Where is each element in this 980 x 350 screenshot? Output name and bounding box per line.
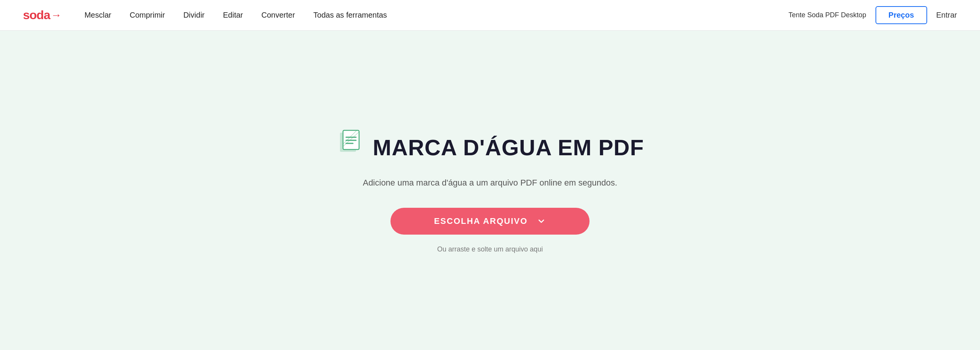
entrar-button[interactable]: Entrar	[936, 11, 957, 20]
logo-text: soda	[23, 8, 50, 22]
nav-item-comprimir[interactable]: Comprimir	[130, 11, 165, 20]
nav-item-todas-ferramentas[interactable]: Todas as ferramentas	[314, 11, 387, 20]
choose-file-label: ESCOLHA ARQUIVO	[434, 216, 528, 226]
try-desktop-link[interactable]: Tente Soda PDF Desktop	[789, 11, 866, 19]
watermark-pdf-icon	[336, 127, 364, 156]
logo[interactable]: soda →	[23, 8, 62, 22]
hero-title: MARCA D'ÁGUA EM PDF	[373, 135, 644, 160]
nav-item-dividir[interactable]: Dividir	[183, 11, 205, 20]
choose-file-button[interactable]: ESCOLHA ARQUIVO	[390, 208, 590, 235]
chevron-down-icon	[537, 217, 546, 226]
hero-section: MARCA D'ÁGUA EM PDF Adicione uma marca d…	[0, 31, 980, 350]
hero-subtitle: Adicione uma marca d'água a um arquivo P…	[363, 178, 617, 188]
nav-item-mesclar[interactable]: Mesclar	[85, 11, 111, 20]
precos-button[interactable]: Preços	[875, 6, 927, 24]
nav-item-converter[interactable]: Converter	[261, 11, 295, 20]
logo-arrow: →	[51, 9, 62, 21]
header: soda → Mesclar Comprimir Dividir Editar …	[0, 0, 980, 31]
drag-drop-text: Ou arraste e solte um arquivo aqui	[437, 245, 543, 253]
main-nav: Mesclar Comprimir Dividir Editar Convert…	[85, 11, 789, 20]
header-right: Tente Soda PDF Desktop Preços Entrar	[789, 6, 957, 24]
nav-item-editar[interactable]: Editar	[223, 11, 243, 20]
hero-title-row: MARCA D'ÁGUA EM PDF	[336, 127, 644, 167]
